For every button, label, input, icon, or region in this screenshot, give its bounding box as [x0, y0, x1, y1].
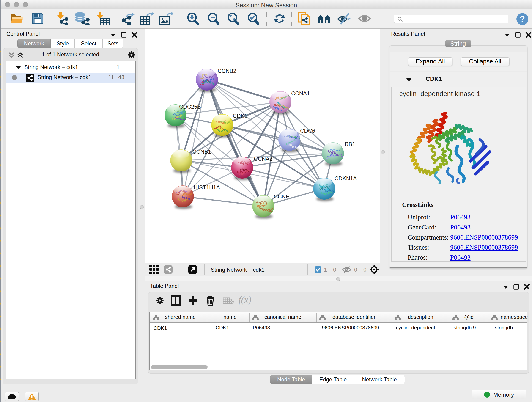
svg-text:CCNE1: CCNE1 — [274, 193, 292, 200]
svg-text:HIST1H1A: HIST1H1A — [194, 184, 220, 191]
svg-text:RB1: RB1 — [345, 141, 355, 147]
svg-text:CCNB1: CCNB1 — [192, 148, 211, 155]
svg-text:CCNB2: CCNB2 — [218, 68, 236, 74]
svg-text:CCNA2: CCNA2 — [254, 156, 272, 162]
svg-text:CDKN1A: CDKN1A — [335, 175, 357, 182]
svg-text:CDK1: CDK1 — [233, 113, 247, 119]
svg-text:CDC6: CDC6 — [300, 128, 315, 134]
svg-text:CCNA1: CCNA1 — [291, 90, 310, 96]
svg-text:CDC25B: CDC25B — [179, 104, 201, 110]
svg-text:?: ? — [520, 14, 525, 24]
